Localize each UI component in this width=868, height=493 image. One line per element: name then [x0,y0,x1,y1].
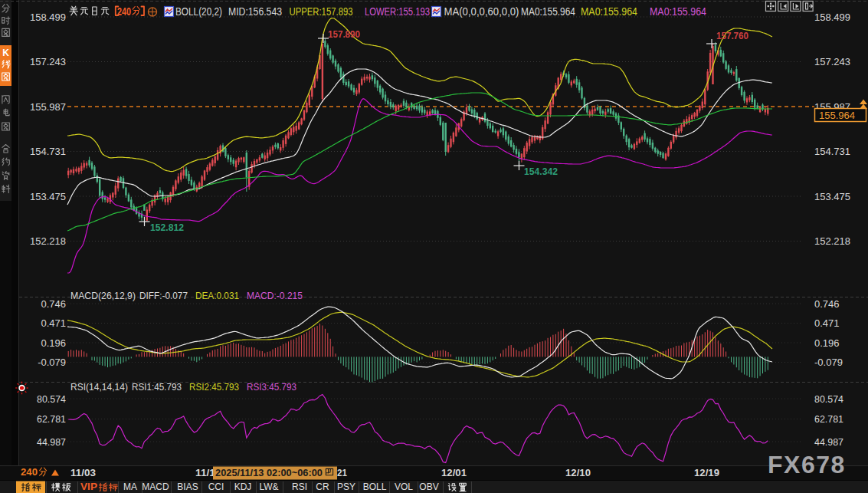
svg-text:152.218: 152.218 [814,235,850,247]
svg-text:153.475: 153.475 [30,191,66,202]
svg-text:0.471: 0.471 [41,317,66,329]
svg-text:MA0:155.964: MA0:155.964 [650,5,706,18]
svg-text:80.574: 80.574 [37,393,66,405]
svg-text:BIAS: BIAS [177,481,198,492]
svg-text:CCI: CCI [208,481,224,492]
svg-text:MACD:-0.215: MACD:-0.215 [247,290,303,301]
svg-text:62.781: 62.781 [814,413,843,425]
svg-text:21: 21 [337,467,347,478]
svg-text:MA0:155.964: MA0:155.964 [581,5,637,18]
svg-text:VIP: VIP [80,481,97,492]
svg-text:154.342: 154.342 [524,166,558,177]
svg-text:DIFF:-0.077: DIFF:-0.077 [139,290,188,301]
svg-text:BOLL(20,2): BOLL(20,2) [175,5,222,18]
svg-text:240: 240 [21,466,38,478]
svg-text:DEA:0.031: DEA:0.031 [195,290,239,301]
svg-text:BOLL: BOLL [363,481,387,492]
svg-text:11/03: 11/03 [70,467,96,478]
svg-text:RSI2:45.793: RSI2:45.793 [189,381,239,393]
svg-text:RSI3:45.793: RSI3:45.793 [247,381,296,393]
svg-text:157.890: 157.890 [328,28,360,40]
svg-text:RSI: RSI [292,481,307,492]
svg-text:MACD: MACD [142,481,169,492]
svg-text:240: 240 [117,5,131,18]
svg-text:K: K [2,48,9,58]
svg-text:157.760: 157.760 [716,30,748,41]
svg-text:0.196: 0.196 [41,337,66,349]
svg-text:12/01: 12/01 [441,467,467,478]
svg-text:RSI(14,14,14): RSI(14,14,14) [70,381,128,393]
svg-text:VOL: VOL [395,481,413,492]
svg-text:154.731: 154.731 [30,146,66,157]
svg-text:MA0:155.964: MA0:155.964 [521,5,575,18]
svg-text:2025/11/13 02:00~06:00: 2025/11/13 02:00~06:00 [215,467,323,478]
svg-text:11/1: 11/1 [195,467,215,478]
svg-text:0.196: 0.196 [814,337,840,349]
svg-text:153.475: 153.475 [814,191,850,202]
svg-text:158.499: 158.499 [30,12,66,23]
svg-text:UPPER:157.893: UPPER:157.893 [290,5,353,18]
svg-text:FX678: FX678 [768,451,846,478]
svg-text:44.987: 44.987 [814,436,843,448]
svg-text:LW&: LW& [259,481,278,492]
svg-text:OBV: OBV [419,481,438,492]
svg-text:152.812: 152.812 [150,222,184,233]
svg-text:-0.079: -0.079 [38,357,66,368]
svg-text:-0.079: -0.079 [814,357,843,368]
svg-text:157.243: 157.243 [814,56,850,67]
svg-text:158.499: 158.499 [814,12,850,23]
svg-text:MACD(26,12,9): MACD(26,12,9) [70,290,136,301]
svg-text:LOWER:155.193: LOWER:155.193 [365,5,430,18]
svg-text:KDJ: KDJ [234,481,252,492]
svg-text:152.218: 152.218 [30,235,66,247]
svg-text:MA(0,0,0,60,0,0): MA(0,0,0,60,0,0) [444,5,519,18]
svg-text:154.731: 154.731 [814,146,850,157]
svg-text:PSY: PSY [337,481,355,492]
svg-text:155.987: 155.987 [30,101,66,113]
svg-text:MID:156.543: MID:156.543 [228,5,282,18]
svg-text:0.471: 0.471 [814,317,840,329]
svg-text:157.243: 157.243 [30,56,66,67]
svg-text:MA: MA [123,481,137,492]
svg-text:0.746: 0.746 [41,298,66,310]
svg-text:80.574: 80.574 [814,393,843,405]
svg-text:155.964: 155.964 [819,110,855,121]
svg-text:44.987: 44.987 [37,436,66,448]
svg-text:62.781: 62.781 [37,413,66,425]
svg-text:12/19: 12/19 [694,467,719,478]
svg-text:CR: CR [316,481,329,492]
svg-text:12/10: 12/10 [565,467,591,478]
svg-text:0.746: 0.746 [814,298,840,310]
svg-text:RSI1:45.793: RSI1:45.793 [132,381,182,393]
